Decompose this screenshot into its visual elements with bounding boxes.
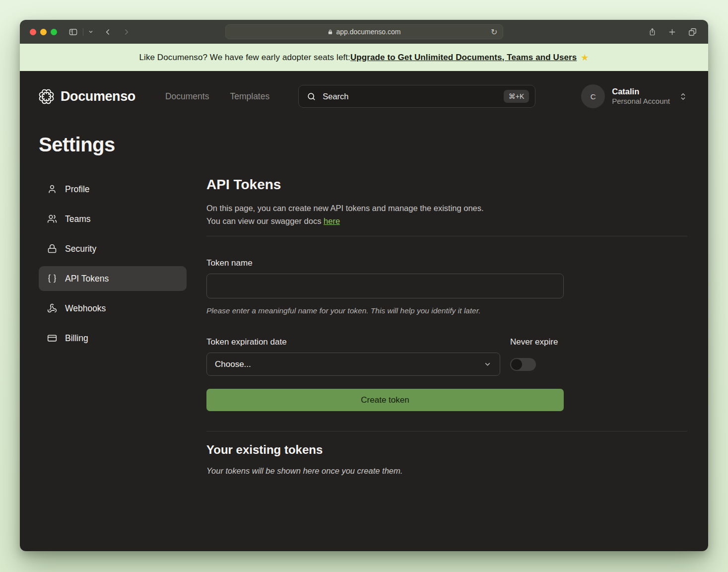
expiration-labels-row: Token expiration date Never expire [206, 315, 564, 347]
sidebar-item-billing[interactable]: Billing [39, 326, 187, 351]
existing-tokens-heading: Your existing tokens [206, 443, 687, 457]
sidebar-options-chevron-icon[interactable] [88, 29, 94, 35]
existing-tokens-empty-text: Your tokens will be shown here once you … [206, 466, 687, 476]
titlebar-divider [83, 28, 83, 36]
webhook-icon [47, 303, 57, 313]
search-icon [307, 92, 316, 101]
token-name-input[interactable] [206, 274, 564, 298]
create-token-button[interactable]: Create token [206, 389, 564, 411]
titlebar-right-actions [648, 27, 697, 37]
documenso-logo-icon [39, 89, 54, 104]
users-icon [47, 214, 57, 224]
expiration-controls-row: Choose... [206, 353, 564, 376]
expiration-label: Token expiration date [206, 337, 500, 347]
divider [206, 431, 687, 431]
sidebar-item-label: Profile [65, 184, 90, 195]
account-name: Catalin [612, 86, 670, 97]
tab-overview-icon[interactable] [688, 27, 697, 37]
search-shortcut-badge: ⌘+K [504, 90, 529, 103]
sidebar-item-profile[interactable]: Profile [39, 177, 187, 202]
padlock-icon [328, 29, 333, 35]
settings-layout: Profile Teams [39, 177, 687, 476]
url-text: app.documenso.com [336, 28, 401, 36]
search-label: Search [323, 92, 348, 101]
description-line2: You can view our swagger docs [206, 216, 324, 225]
token-name-helper: Please enter a meaningful name for your … [206, 306, 564, 315]
browser-titlebar: app.documenso.com ↻ [20, 20, 708, 44]
browser-window: app.documenso.com ↻ Like Documens [20, 20, 708, 551]
sidebar-item-label: Security [65, 244, 96, 254]
never-expire-toggle[interactable] [510, 358, 536, 371]
avatar: C [581, 84, 605, 108]
account-type: Personal Account [612, 97, 670, 106]
sidebar-item-label: Billing [65, 333, 88, 344]
close-window-button[interactable] [30, 29, 36, 35]
share-icon[interactable] [648, 27, 657, 37]
page-title: Settings [39, 134, 687, 156]
braces-icon [47, 274, 57, 284]
lock-icon [47, 244, 57, 254]
back-button[interactable] [104, 28, 112, 36]
expiration-select-value: Choose... [215, 359, 251, 369]
api-tokens-panel: API Tokens On this page, you can create … [206, 177, 687, 476]
top-nav: Documents Templates [165, 91, 269, 102]
promo-banner: Like Documenso? We have few early adopte… [20, 44, 708, 71]
sidebar-item-webhooks[interactable]: Webhooks [39, 296, 187, 321]
sidebar-item-api-tokens[interactable]: API Tokens [39, 266, 187, 291]
swagger-docs-link[interactable]: here [324, 216, 340, 225]
create-token-form: Token name Please enter a meaningful nam… [206, 258, 564, 411]
nav-templates[interactable]: Templates [230, 91, 269, 102]
account-text: Catalin Personal Account [612, 86, 670, 106]
upgrade-link[interactable]: Upgrade to Get Unlimited Documents, Team… [350, 53, 577, 63]
chevron-down-icon [483, 360, 492, 368]
forward-button[interactable] [122, 28, 131, 36]
never-expire-label: Never expire [510, 337, 564, 347]
section-heading: API Tokens [206, 177, 687, 193]
search-input[interactable]: Search ⌘+K [298, 85, 535, 108]
description-line1: On this page, you can create new API tok… [206, 204, 484, 213]
section-description: On this page, you can create new API tok… [206, 202, 687, 227]
sidebar-item-label: Webhooks [65, 303, 106, 314]
brand-name: Documenso [61, 89, 135, 104]
account-menu[interactable]: C Catalin Personal Account [581, 84, 687, 108]
divider [206, 236, 687, 236]
minimize-window-button[interactable] [40, 29, 47, 35]
refresh-icon[interactable]: ↻ [491, 27, 497, 37]
brand[interactable]: Documenso [39, 89, 135, 104]
star-icon: ★ [581, 52, 589, 63]
new-tab-button[interactable] [668, 28, 676, 36]
chevrons-up-down-icon [679, 92, 687, 101]
sidebar-item-security[interactable]: Security [39, 236, 187, 261]
promo-text: Like Documenso? We have few early adopte… [139, 53, 350, 63]
window-controls [30, 29, 57, 35]
address-bar[interactable]: app.documenso.com ↻ [225, 24, 503, 39]
expiration-select[interactable]: Choose... [206, 353, 500, 376]
user-icon [47, 184, 57, 194]
credit-card-icon [47, 333, 57, 343]
zoom-window-button[interactable] [51, 29, 57, 35]
nav-documents[interactable]: Documents [165, 91, 209, 102]
token-name-label: Token name [206, 258, 564, 268]
app-header: Documenso Documents Templates Search ⌘+K… [39, 84, 687, 109]
sidebar-item-teams[interactable]: Teams [39, 207, 187, 231]
sidebar-item-label: API Tokens [65, 274, 109, 284]
sidebar-item-label: Teams [65, 214, 91, 224]
app-area: Documenso Documents Templates Search ⌘+K… [20, 71, 708, 551]
settings-sidebar: Profile Teams [39, 177, 187, 476]
sidebar-toggle-icon[interactable] [68, 27, 78, 37]
toggle-knob [511, 359, 522, 370]
